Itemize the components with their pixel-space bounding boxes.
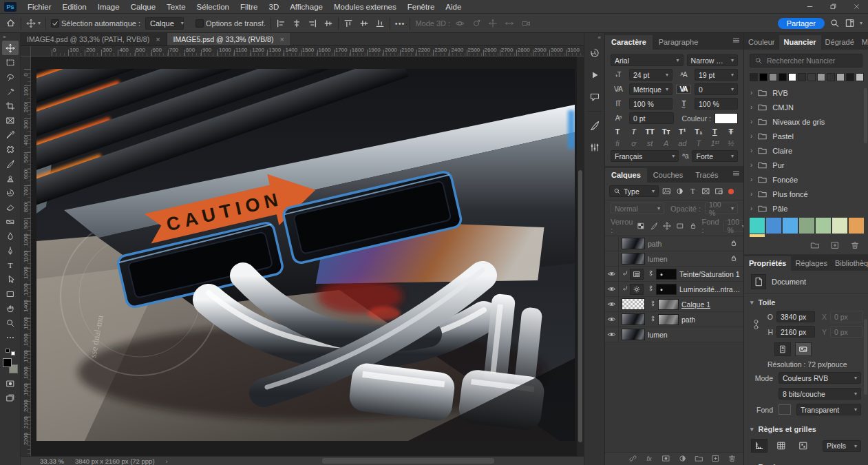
eyedropper-tool[interactable] xyxy=(2,127,19,142)
home-icon[interactable] xyxy=(6,18,16,28)
align-middle-icon[interactable] xyxy=(324,19,333,28)
opentype-button[interactable]: ơ xyxy=(628,139,639,147)
layer-row[interactable]: Calque 1 xyxy=(605,297,743,312)
tab-motifs[interactable]: Motifs xyxy=(858,35,868,50)
adjustment-icon[interactable] xyxy=(675,187,684,196)
tool-presets-panel-icon[interactable] xyxy=(586,138,604,156)
new-swatch-group-icon[interactable] xyxy=(810,240,820,251)
gradient-tool[interactable] xyxy=(2,214,19,229)
canvas-section-title[interactable]: ▾ Toile xyxy=(744,293,868,309)
frame-icon[interactable] xyxy=(701,187,710,196)
horizontal-ruler[interactable]: 0100200300400500600700800900100011001200… xyxy=(31,46,584,56)
adjustment-layer-icon[interactable] xyxy=(630,284,644,295)
vertical-scale-field[interactable]: 100 % xyxy=(629,98,673,110)
ruler-origin-corner[interactable] xyxy=(21,46,31,56)
opentype-button[interactable]: ad xyxy=(677,139,688,147)
opentype-button[interactable]: fi xyxy=(612,139,623,147)
rectangle-icon[interactable] xyxy=(676,222,684,230)
visibility-toggle[interactable] xyxy=(605,312,619,327)
ellipsis-tool[interactable] xyxy=(2,330,19,344)
type-icon[interactable]: T xyxy=(688,187,697,196)
vertical-scrollbar[interactable] xyxy=(577,56,584,456)
opentype-button[interactable]: T xyxy=(693,139,704,147)
menu-aide[interactable]: Aide xyxy=(440,0,467,14)
vertical-ruler[interactable]: 0100200300400500600700800900100011001200… xyxy=(21,56,31,456)
frame-tool[interactable] xyxy=(2,113,19,127)
layer-mask-thumbnail[interactable] xyxy=(656,284,677,295)
font-family-dropdown[interactable]: Arial▾ xyxy=(611,54,684,66)
lasso-tool[interactable] xyxy=(2,70,19,84)
text-color-swatch[interactable] xyxy=(714,113,738,124)
mask-button[interactable] xyxy=(661,454,670,464)
layer-thumbnail[interactable] xyxy=(622,329,645,340)
style-underline-button[interactable]: T xyxy=(709,127,720,136)
units-dropdown[interactable]: Pixels▾ xyxy=(823,440,861,452)
tab-reglages[interactable]: Réglages xyxy=(791,256,831,271)
move-tool[interactable] xyxy=(2,41,19,55)
actions-panel-icon[interactable] xyxy=(586,66,604,84)
color-swatch[interactable] xyxy=(836,73,845,81)
screen-mode-button[interactable] xyxy=(2,391,19,405)
panel-menu-icon[interactable] xyxy=(732,169,741,179)
rulers-grids-section-title[interactable]: ▾ Règles et grilles xyxy=(744,420,868,436)
mask-link-icon[interactable] xyxy=(647,285,655,293)
menu-texte[interactable]: Texte xyxy=(161,0,191,14)
properties-scrollbar-thumb[interactable] xyxy=(864,319,867,395)
document-tab[interactable]: IMAGE5.psd @ 33,3% (RVB/8) × xyxy=(167,33,291,45)
layer-name[interactable]: path xyxy=(648,240,661,248)
document-tab[interactable]: IMAGE4.psd @ 33,3% (PATH, RVB/8) × xyxy=(21,33,167,45)
tab-couches[interactable]: Couches xyxy=(647,168,689,183)
layer-filter-type-dropdown[interactable]: Type▾ xyxy=(609,185,659,197)
fx-button[interactable]: fx xyxy=(645,454,654,464)
close-tab-icon[interactable]: × xyxy=(279,35,284,43)
visibility-toggle[interactable] xyxy=(605,251,619,266)
swatch-scrollbar-thumb[interactable] xyxy=(864,88,867,143)
menu-edition[interactable]: Edition xyxy=(57,0,92,14)
align-top-icon[interactable] xyxy=(343,19,353,28)
tab-couleur[interactable]: Couleur xyxy=(744,35,779,50)
color-swatch[interactable] xyxy=(798,73,806,81)
auto-select-target-dropdown[interactable]: Calque▾ xyxy=(145,17,184,30)
leading-field[interactable]: 19 pt▾ xyxy=(695,69,738,81)
clone-stamp-tool[interactable] xyxy=(2,171,19,185)
swatch-search-input[interactable] xyxy=(767,56,858,65)
adjustment-layer-icon[interactable] xyxy=(630,269,644,280)
font-style-dropdown[interactable]: Narrow …▾ xyxy=(687,54,738,66)
font-size-field[interactable]: 24 pt▾ xyxy=(629,69,673,81)
quick-select-tool[interactable] xyxy=(2,84,19,99)
tab-proprietes[interactable]: Propriétés xyxy=(744,256,791,271)
antialias-dropdown[interactable]: Forte▾ xyxy=(692,150,738,162)
blur-tool[interactable] xyxy=(2,229,19,243)
layer-row[interactable]: path xyxy=(605,236,743,251)
swatch-group-rvb[interactable]: › RVB xyxy=(744,85,868,100)
layer-row[interactable]: path xyxy=(605,312,743,327)
auto-select-checkbox[interactable]: Sélection automatique : xyxy=(51,19,140,28)
brush-icon[interactable] xyxy=(650,222,658,230)
swatch-search[interactable] xyxy=(750,54,862,68)
color-swatch[interactable] xyxy=(846,73,854,81)
layer-name[interactable]: Calque 1 xyxy=(681,300,710,309)
color-swatch[interactable] xyxy=(779,73,787,81)
menu-fichier[interactable]: Fichier xyxy=(22,0,57,14)
layer-name[interactable]: Luminosité...ntraste 1 xyxy=(679,285,743,293)
type-tool[interactable]: T xyxy=(2,258,19,272)
bit-depth-dropdown[interactable]: 8 bits/couche▾ xyxy=(779,388,861,400)
align-bottom-icon[interactable] xyxy=(375,19,385,28)
brush-tool[interactable] xyxy=(2,156,19,171)
vertical-scrollbar-thumb[interactable] xyxy=(578,170,582,442)
tab-calques[interactable]: Calques xyxy=(605,168,647,183)
menu-fenêtre[interactable]: Fenêtre xyxy=(402,0,441,14)
layer-mask-thumbnail[interactable] xyxy=(658,314,679,325)
menu-filtre[interactable]: Filtre xyxy=(235,0,264,14)
visibility-toggle[interactable] xyxy=(605,297,619,311)
color-swatch[interactable] xyxy=(788,73,796,81)
horizontal-scrollbar[interactable] xyxy=(184,457,584,465)
new-item-button[interactable] xyxy=(711,454,720,464)
smart-object-icon[interactable] xyxy=(714,187,723,196)
baseline-shift-field[interactable]: 0 pt xyxy=(629,112,674,124)
layer-thumbnail[interactable] xyxy=(622,253,645,265)
opacity-field[interactable]: 100 %▾ xyxy=(705,203,738,214)
color-swatch[interactable] xyxy=(769,73,777,81)
search-icon[interactable] xyxy=(829,18,840,28)
blend-mode-dropdown[interactable]: Normal▾ xyxy=(611,203,664,214)
